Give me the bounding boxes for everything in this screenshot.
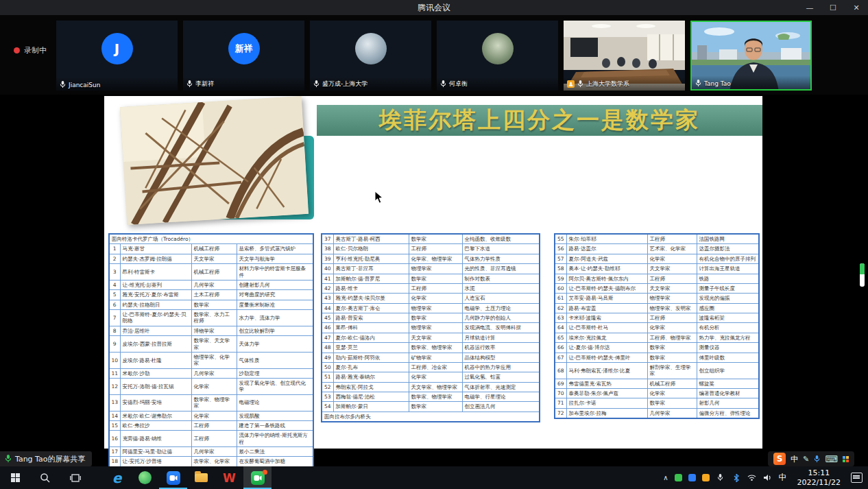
cell-profession: 数学家 — [409, 234, 462, 244]
cell-number: 15 — [109, 420, 120, 430]
cell-profession: 天文学家 — [409, 333, 462, 342]
maximize-button[interactable]: ☐ — [821, 0, 845, 15]
cell-number: 57 — [555, 254, 566, 263]
table-row: 47 夏尔-欧仁·德洛内 天文学家 月球轨道计算 — [322, 333, 540, 342]
windows-logo-icon — [11, 473, 20, 482]
cell-name: 皮埃尔·路易·杜隆 — [120, 352, 191, 368]
cell-profession: 数学家、水力工程师 — [191, 310, 237, 326]
cell-contribution: 材料力学中的特雷斯卡屈服条件 — [237, 264, 313, 281]
video-tile-lixinxiang[interactable]: 新祥 李新祥 — [183, 21, 304, 91]
taskbar-meeting-sharing[interactable] — [243, 466, 272, 489]
screen-share-banner[interactable]: Tang Tao的屏幕共享 — [0, 451, 92, 466]
participant-name: 盛万成-上海大学 — [322, 80, 367, 88]
action-center-icon[interactable] — [851, 473, 863, 483]
video-tile-math-department[interactable]: 上海大学数学系 — [564, 21, 685, 91]
cell-contribution: 天体力学 — [237, 336, 313, 353]
cell-profession: 工程师 — [647, 234, 697, 244]
meeting-tray-icon[interactable] — [688, 474, 696, 481]
cell-contribution: 螺旋桨 — [697, 379, 759, 388]
mic-muted-icon — [313, 80, 320, 88]
pen-icon[interactable]: ✎ — [803, 455, 809, 463]
minimize-button[interactable]: — — [798, 0, 821, 15]
volume-tray-icon[interactable] — [763, 473, 773, 483]
avatar — [482, 33, 514, 64]
sidebar-scroll-handle[interactable] — [860, 263, 865, 287]
table-row: 68 马利·弗朗索瓦·泽维尔·比夏 解剖学家、生理学家 创立组织学 — [555, 362, 759, 379]
cell-profession: 数学家 — [409, 313, 462, 323]
mic-icon[interactable] — [814, 455, 820, 463]
cell-contribution: 电磁学、土压力理论 — [462, 303, 540, 313]
close-button[interactable]: ✕ — [845, 0, 868, 15]
video-tile-hezhuoheng[interactable]: 何卓衡 — [437, 21, 558, 91]
tray-ime-indicator[interactable]: 中 — [779, 472, 787, 484]
cell-number: 54 — [322, 402, 333, 412]
taskbar-tencent-meeting[interactable] — [159, 466, 187, 489]
title-bar: 腾讯会议 — ☐ ✕ — [0, 0, 868, 15]
cell-contribution: 气体折射率、光速测定 — [462, 382, 540, 392]
network-tray-icon[interactable] — [747, 473, 757, 483]
cell-profession: 化学家 — [191, 379, 237, 395]
taskbar-wps[interactable]: W — [215, 466, 243, 489]
cell-profession: 物理学家 — [647, 294, 697, 303]
bluetooth-tray-icon[interactable] — [732, 473, 741, 483]
cell-contribution: 有机分析 — [697, 323, 759, 333]
table-row: 45 路易·普安索 数学家 几何静力学的创始人 — [322, 313, 540, 323]
cell-name: 马利·弗朗索瓦·泽维尔·比夏 — [566, 362, 647, 379]
cell-name: 安德烈-玛丽·安培 — [120, 394, 191, 411]
toolbox-icon[interactable] — [843, 456, 849, 462]
security-tray-icon[interactable] — [702, 474, 710, 481]
cell-number: 58 — [555, 264, 566, 274]
task-view-button[interactable] — [60, 466, 91, 489]
cell-profession: 化学家 — [647, 323, 697, 333]
video-tile-shengwancheng[interactable]: 盛万成-上海大学 — [310, 21, 431, 91]
system-tray: ∧ 中 15:11 2022/11/22 — [663, 468, 868, 488]
cell-number: 42 — [322, 283, 333, 293]
ime-mode-toggle[interactable]: 中 — [791, 454, 798, 464]
record-dot-icon — [14, 47, 20, 53]
table-row: 65 埃米尔·克拉佩龙 工程师、物理学家 热力学、克拉佩龙方程 — [555, 333, 759, 342]
table-row: 50 夏尔·孔布 工程师、冶金家 机器中的热力学应用 — [322, 362, 540, 372]
video-tile-jiancaisun[interactable]: J JiancaiSun — [56, 21, 178, 91]
cell-number: 8 — [109, 326, 120, 335]
ime-toolbar: S 中 ✎ ⌨ — [768, 451, 854, 466]
cell-number: 55 — [555, 234, 566, 244]
taskbar-green-browser[interactable] — [131, 466, 159, 489]
cell-contribution: 编著普通化学教材 — [697, 389, 759, 398]
taskbar-clock[interactable]: 15:11 2022/11/22 — [793, 468, 845, 488]
cell-name: 乔治·居维叶 — [120, 326, 191, 335]
table-row: 56 路易·达盖尔 艺术家、化学家 达盖尔摄影法 — [555, 244, 759, 254]
mic-muted-icon — [60, 81, 66, 88]
cell-contribution: 月球轨道计算 — [462, 333, 540, 342]
wechat-tray-icon[interactable] — [675, 474, 682, 481]
keyboard-icon[interactable]: ⌨ — [825, 455, 838, 464]
table-row: 71 拉扎尔·卡诺 数学家 射影几何 — [555, 398, 759, 408]
cell-number: 38 — [322, 244, 333, 254]
scientists-table-55-72: 55 朱尔·珀蒂耶 工程师 法国铁路网 56 路易·达盖尔 艺术家、化学家 达盖… — [554, 233, 760, 419]
cell-contribution: 测量子午线长度 — [697, 283, 759, 293]
table-row: 69 弗雷德里克·索瓦热 机械工程师 螺旋桨 — [555, 379, 759, 388]
hidden-icons-caret[interactable]: ∧ — [663, 474, 668, 481]
cell-contribution: 热力学、克拉佩龙方程 — [697, 333, 759, 342]
participant-name: 何卓衡 — [449, 80, 468, 88]
table-row: 40 奥古斯丁·菲涅耳 物理学家 光的性质、菲涅耳透镜 — [322, 264, 540, 274]
cell-name: 夏尔-欧仁·德洛内 — [333, 333, 409, 342]
taskbar-search-button[interactable] — [30, 466, 60, 489]
cell-number: 18 — [109, 457, 120, 466]
start-button[interactable] — [0, 466, 30, 489]
taskbar-file-explorer[interactable] — [187, 466, 215, 489]
cell-profession: 数学家 — [647, 353, 697, 362]
cell-name: 弗朗索瓦·阿拉戈 — [333, 382, 409, 392]
ime-logo-icon[interactable]: S — [773, 453, 786, 465]
taskbar-edge-browser[interactable]: e — [103, 466, 131, 489]
cell-number: 53 — [322, 392, 333, 402]
microphone-tray-icon[interactable] — [716, 473, 725, 483]
cell-name: 约瑟夫·杰罗姆·拉朗德 — [120, 254, 191, 263]
cell-name: 夏尔-奥古斯丁·库仑 — [333, 303, 409, 313]
cell-number: 62 — [555, 303, 566, 313]
cell-name: 夏尔-阿道夫·武兹 — [566, 254, 647, 263]
mic-muted-icon — [186, 80, 193, 88]
cell-profession: 天文学家 — [647, 283, 697, 293]
video-tile-tang-tao-active-speaker[interactable]: Tang Tao — [690, 21, 812, 91]
cell-contribution: 达盖尔摄影法 — [697, 244, 759, 254]
cell-contribution: 偏微分方程、弹性理论 — [697, 408, 759, 418]
